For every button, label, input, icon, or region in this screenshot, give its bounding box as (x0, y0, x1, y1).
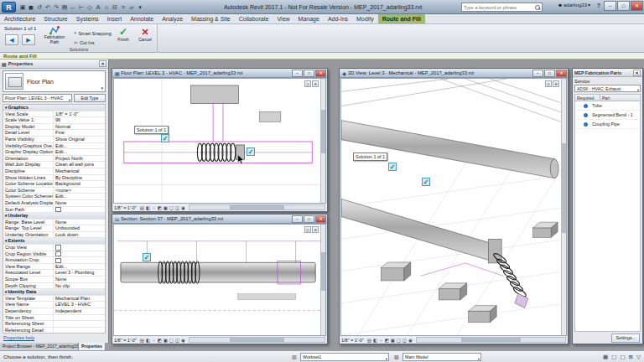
tab-properties[interactable]: Properties (79, 343, 106, 350)
solution-accept-icon[interactable]: ✓ (247, 147, 255, 156)
aligned-dimension-icon[interactable]: ⊢ (77, 2, 86, 13)
design-options-icon[interactable]: ▧ (394, 354, 399, 359)
horizontal-scrollbar[interactable] (189, 204, 325, 210)
property-row[interactable]: View Range Edit... (3, 264, 105, 271)
property-row[interactable]: Identity Data (3, 289, 105, 296)
crop-region-icon[interactable]: ▢ (169, 338, 174, 343)
property-value[interactable]: LEVEL 3 - HVAC (54, 302, 105, 308)
property-row[interactable]: Crop View (3, 245, 105, 251)
fabrication-panel-close-icon[interactable]: ✕ (633, 70, 641, 76)
property-row[interactable]: Display Model Normal (3, 124, 105, 131)
crop-view-icon[interactable]: ▣ (390, 338, 396, 343)
thin-lines-icon[interactable]: ≡ (119, 2, 127, 13)
press-drag-select-icon[interactable]: ⊞ (629, 354, 633, 360)
crop-region-icon[interactable]: ▢ (169, 205, 174, 210)
scale-control[interactable]: 1/8" = 1'-0" (114, 205, 137, 210)
property-value[interactable] (54, 251, 105, 257)
visual-style-icon[interactable]: ◧ (145, 205, 151, 210)
property-value[interactable] (54, 257, 105, 263)
property-value[interactable]: Level 3 - Plumbing (54, 270, 105, 276)
sun-path-icon[interactable]: ☼ (151, 338, 157, 343)
property-value[interactable] (54, 207, 105, 213)
property-value[interactable]: Independent (54, 308, 105, 314)
property-value[interactable]: Mechanical Plan (54, 296, 105, 302)
solution-accept-icon[interactable]: ✓ (422, 178, 430, 186)
tab-structure[interactable]: Structure (39, 14, 71, 23)
tab-massing-site[interactable]: Massing & Site (187, 14, 235, 23)
floorplan-title-bar[interactable]: ▦ Floor Plan: LEVEL 3 - HVAC - MEP_2017_… (112, 69, 327, 78)
property-row[interactable]: Annotation Crop (3, 257, 105, 264)
tab-modify[interactable]: Modify (352, 14, 378, 23)
property-value[interactable] (103, 105, 105, 111)
measure-icon[interactable]: ↔ (69, 2, 77, 13)
property-row[interactable]: Wall Join Display Clean all wall joins (3, 162, 105, 168)
property-value[interactable]: <none> (54, 188, 105, 194)
3d-title-bar[interactable]: ◆ 3D View: Level 3 - Mechanical - MEP_20… (340, 69, 568, 78)
property-value[interactable]: Project North (54, 156, 105, 162)
property-value[interactable] (103, 238, 105, 244)
view-restore-button[interactable]: □ (304, 215, 314, 223)
property-row[interactable]: Associated Level Level 3 - Plumbing (3, 270, 105, 277)
property-row[interactable]: Discipline Mechanical (3, 168, 105, 175)
window-close-button[interactable]: ✕ (631, 1, 643, 11)
reveal-hidden-icon[interactable]: ◉ (408, 338, 413, 343)
property-row[interactable]: Show Hidden Lines By Discipline (3, 175, 105, 182)
property-value[interactable] (103, 213, 105, 219)
property-row[interactable]: Scale Value 1: 96 (3, 117, 105, 124)
property-row[interactable]: Referencing Detail (3, 328, 105, 334)
redo-icon[interactable]: ↷ (52, 2, 60, 13)
sun-path-icon[interactable]: ☼ (151, 205, 157, 210)
reveal-hidden-icon[interactable]: ◉ (180, 338, 186, 343)
property-value[interactable] (54, 245, 105, 251)
crop-view-icon[interactable]: ▣ (163, 205, 169, 210)
application-menu-button[interactable]: R (2, 2, 16, 13)
view-restore-button[interactable]: □ (304, 70, 314, 77)
property-value[interactable]: Edit... (54, 264, 105, 270)
sync-with-central-icon[interactable]: ↺ (35, 2, 44, 13)
visual-style-icon[interactable]: ◧ (372, 338, 378, 343)
property-row[interactable]: Color Scheme Location Background (3, 181, 105, 188)
property-value[interactable]: None (54, 220, 105, 225)
fabrication-path-button[interactable]: Fabrication Path (39, 25, 70, 47)
design-options-select[interactable]: Main Model ▾ (402, 353, 481, 361)
property-row[interactable]: View Scale 1/8" = 1'-0" (3, 111, 105, 118)
zoom-icon[interactable]: ⊕ (553, 80, 559, 87)
tab-project-browser[interactable]: Project Browser - MEP_2017_adarling33.rv… (0, 343, 79, 350)
property-row[interactable]: System Color Schemes Edit... (3, 194, 105, 200)
view-close-button[interactable]: ✕ (315, 70, 326, 77)
switch-windows-icon[interactable]: ▱ (127, 2, 136, 13)
properties-help-link[interactable]: Properties help (0, 334, 108, 342)
view-close-button[interactable]: ✕ (556, 70, 567, 77)
vertical-scrollbar[interactable] (320, 225, 325, 335)
property-value[interactable]: Show Original (54, 137, 105, 142)
previous-solution-button[interactable]: ◀ (5, 34, 18, 45)
part-row[interactable]: Segmented Bend - 1 (575, 111, 640, 120)
solution-accept-icon[interactable]: ✓ (161, 134, 169, 142)
save-icon[interactable]: ◼ (27, 2, 35, 13)
text-icon[interactable]: A (94, 2, 102, 13)
tab-annotate[interactable]: Annotate (126, 14, 158, 23)
property-row[interactable]: Extents (3, 238, 105, 245)
property-row[interactable]: Crop Region Visible (3, 251, 105, 258)
reveal-hidden-icon[interactable]: ◉ (180, 205, 186, 210)
properties-close-icon[interactable]: ✕ (99, 60, 106, 67)
detail-level-icon[interactable]: ▤ (366, 338, 372, 343)
tab-collaborate[interactable]: Collaborate (235, 14, 273, 23)
property-row[interactable]: Default Analysis Display... None (3, 200, 105, 207)
horizontal-scrollbar[interactable] (189, 337, 325, 343)
zoom-icon[interactable]: ⊕ (312, 80, 319, 87)
property-value[interactable] (54, 315, 105, 321)
detail-level-icon[interactable]: ▤ (139, 338, 145, 343)
window-minimize-button[interactable]: – (604, 1, 616, 11)
worksets-icon[interactable]: ▥ (292, 354, 297, 359)
property-row[interactable]: Dependency Independent (3, 308, 105, 315)
solution-accept-icon[interactable]: ✓ (143, 253, 151, 261)
property-value[interactable]: By Discipline (54, 175, 105, 181)
visual-style-icon[interactable]: ◧ (145, 338, 151, 343)
property-row[interactable]: Underlay (3, 213, 105, 220)
help-icon[interactable]: ? (597, 3, 600, 8)
view-minimize-button[interactable]: – (532, 70, 543, 77)
property-value[interactable]: Clean all wall joins (54, 162, 105, 168)
property-row[interactable]: Parts Visibility Show Original (3, 137, 105, 143)
tab-architecture[interactable]: Architecture (0, 14, 39, 23)
